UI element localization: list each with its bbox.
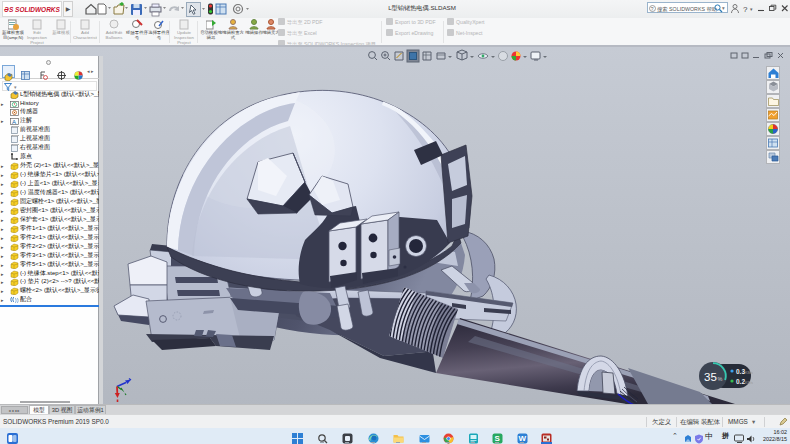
svg-text:35: 35 <box>704 371 717 383</box>
svg-text:?: ? <box>651 5 654 11</box>
svg-text:▾: ▾ <box>750 6 753 12</box>
svg-text:KB/s: KB/s <box>745 371 753 375</box>
svg-text:?: ? <box>743 5 748 14</box>
svg-text:0.3: 0.3 <box>736 368 745 375</box>
svg-text:%: % <box>718 376 723 382</box>
svg-text:KB/s: KB/s <box>745 381 753 385</box>
svg-text:0.2: 0.2 <box>736 378 745 385</box>
